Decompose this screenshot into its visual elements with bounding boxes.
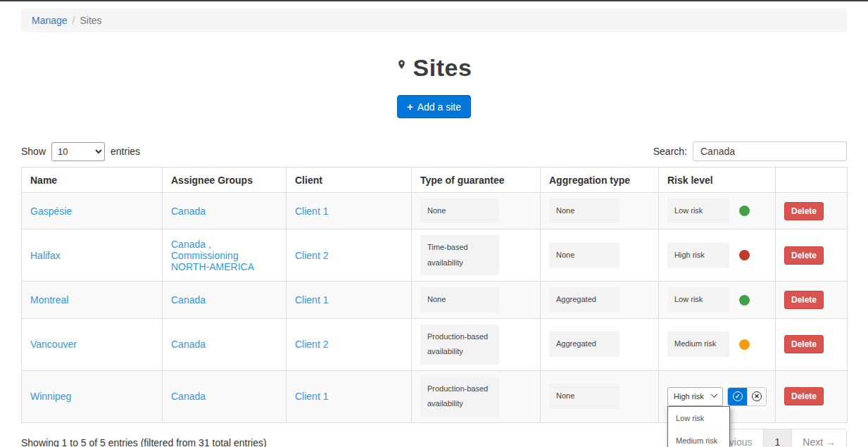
search-group: Search:	[653, 141, 847, 161]
breadcrumb: Manage/Sites	[21, 8, 847, 32]
risk-value: Low risk	[667, 199, 729, 223]
editor-button-group: ✓ ✕	[727, 387, 767, 406]
delete-button[interactable]: Delete	[784, 291, 824, 309]
x-circle-icon: ✕	[752, 391, 762, 401]
col-header-actions	[776, 168, 848, 193]
aggregation-value: None	[549, 199, 619, 223]
guarantee-value: Production-based availability	[420, 377, 499, 417]
risk-status-dot	[739, 206, 750, 216]
risk-value: Medium risk	[667, 332, 729, 356]
guarantee-value: None	[420, 287, 499, 312]
page-title: Sites	[413, 54, 472, 81]
add-site-button[interactable]: +Add a site	[397, 95, 471, 118]
risk-level-editor: High risk ✓ ✕ Low risk Medium risk High …	[667, 387, 767, 406]
site-name-link[interactable]: Halifax	[30, 250, 61, 261]
col-header-guarantee[interactable]: Type of guarantee	[412, 168, 541, 193]
delete-button[interactable]: Delete	[784, 335, 824, 353]
window-top-border	[0, 0, 868, 1]
site-name-link[interactable]: Gaspésie	[30, 206, 72, 217]
assignee-groups-link[interactable]: Canada	[171, 339, 206, 350]
guarantee-value: Production-based availability	[420, 325, 499, 365]
table-row: Vancouver Canada Client 2 Production-bas…	[22, 318, 848, 370]
plus-icon: +	[407, 101, 413, 113]
dropdown-option-medium-risk[interactable]: Medium risk	[668, 429, 729, 447]
sites-table: Name Assignee Groups Client Type of guar…	[21, 167, 848, 423]
check-circle-icon: ✓	[733, 391, 743, 401]
risk-value: High risk	[667, 243, 729, 267]
entries-info: Showing 1 to 5 of 5 entries (filtered fr…	[21, 429, 267, 447]
delete-button[interactable]: Delete	[784, 387, 824, 405]
risk-value: Low risk	[667, 287, 729, 312]
pagination-page-1[interactable]: 1	[763, 429, 792, 447]
risk-level-select[interactable]: High risk	[667, 387, 723, 406]
assignee-groups-link[interactable]: Canada	[171, 294, 206, 306]
confirm-button[interactable]: ✓	[728, 388, 747, 405]
chevron-down-icon	[711, 391, 718, 398]
client-link[interactable]: Client 1	[295, 206, 328, 217]
guarantee-value: None	[420, 199, 499, 223]
pagination-next[interactable]: Next →	[791, 429, 846, 447]
table-row: Gaspésie Canada Client 1 None None Low r…	[22, 193, 848, 229]
map-pin-icon	[396, 54, 407, 82]
site-name-link[interactable]: Winnipeg	[30, 391, 71, 402]
assignee-groups-link[interactable]: Canada	[171, 206, 206, 217]
aggregation-value: Aggregated	[549, 287, 619, 312]
breadcrumb-separator: /	[73, 15, 75, 26]
aggregation-value: Aggregated	[549, 332, 619, 356]
risk-level-selected: High risk	[674, 392, 704, 401]
entries-label: entries	[111, 146, 140, 157]
delete-button[interactable]: Delete	[784, 246, 824, 265]
risk-status-dot	[739, 295, 750, 306]
search-label: Search:	[653, 146, 687, 157]
assignee-groups-link[interactable]: Canada , Commissioning NORTH-AMERICA	[171, 239, 254, 272]
show-label: Show	[21, 146, 46, 157]
table-row: Winnipeg Canada Client 1 Production-base…	[22, 370, 848, 422]
risk-status-dot	[739, 250, 750, 260]
page-size-select[interactable]: 10	[51, 142, 105, 161]
col-header-aggregation[interactable]: Aggregation type	[541, 168, 659, 193]
assignee-groups-link[interactable]: Canada	[171, 391, 206, 402]
add-site-label: Add a site	[417, 101, 461, 113]
col-header-assignee-groups[interactable]: Assignee Groups	[163, 168, 287, 193]
search-input[interactable]	[693, 141, 847, 161]
risk-status-dot	[739, 339, 750, 350]
delete-button[interactable]: Delete	[784, 202, 824, 220]
guarantee-value: Time-based availability	[420, 235, 499, 275]
client-link[interactable]: Client 2	[295, 250, 328, 261]
client-link[interactable]: Client 2	[295, 339, 328, 350]
col-header-risk[interactable]: Risk level	[659, 168, 776, 193]
dropdown-option-low-risk[interactable]: Low risk	[668, 407, 729, 429]
col-header-name[interactable]: Name	[22, 168, 163, 193]
table-controls: Show 10 entries Search:	[21, 141, 847, 161]
aggregation-value: None	[549, 384, 619, 408]
client-link[interactable]: Client 1	[295, 391, 328, 402]
table-row: Montreal Canada Client 1 None Aggregated…	[22, 282, 848, 318]
breadcrumb-current: Sites	[80, 15, 101, 26]
table-row: Halifax Canada , Commissioning NORTH-AME…	[22, 229, 848, 282]
client-link[interactable]: Client 1	[295, 294, 328, 306]
cancel-button[interactable]: ✕	[747, 388, 766, 405]
col-header-client[interactable]: Client	[287, 168, 412, 193]
site-name-link[interactable]: Vancouver	[30, 339, 77, 350]
show-entries-group: Show 10 entries	[21, 142, 140, 161]
table-header-row: Name Assignee Groups Client Type of guar…	[22, 168, 848, 193]
risk-level-dropdown: Low risk Medium risk High risk	[667, 406, 730, 447]
aggregation-value: None	[549, 243, 619, 267]
title-row: Sites	[21, 53, 847, 87]
site-name-link[interactable]: Montreal	[30, 294, 68, 306]
breadcrumb-manage-link[interactable]: Manage	[32, 15, 68, 26]
